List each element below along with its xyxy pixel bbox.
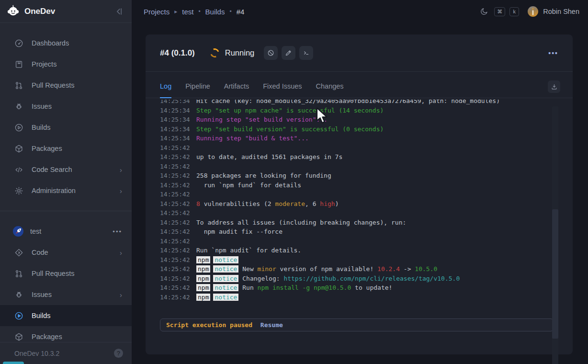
project-more-button[interactable]: •••: [113, 228, 122, 235]
user-menu[interactable]: Robin Shen: [527, 6, 579, 17]
log-line: 14:25:34Step "set up npm cache" is succe…: [160, 106, 558, 115]
log-timestamp: 14:25:42: [160, 227, 190, 237]
log-segment: npm: [196, 284, 210, 291]
log-segment: run `npm fund` for details: [196, 182, 301, 189]
log-scrollbar-thumb[interactable]: [552, 209, 558, 339]
tab-artifacts[interactable]: Artifacts: [224, 82, 249, 98]
log-segment: Hit cache (key: node_modules_32/9a2405aa…: [196, 100, 500, 104]
sidebar-item-label: Issues: [32, 291, 52, 298]
sidebar-item-project-code[interactable]: Code ›: [0, 242, 132, 263]
breadcrumb-item: #4: [237, 8, 245, 16]
log-timestamp: 14:25:42: [160, 218, 190, 228]
sidebar-item-project-builds[interactable]: Builds: [0, 305, 132, 326]
build-header: #4 (0.1.0) Running •••: [146, 34, 573, 72]
log-link[interactable]: https://github.com/npm/cli/releases/tag/…: [283, 275, 460, 282]
log-timestamp: 14:25:34: [160, 125, 190, 134]
tab-changes[interactable]: Changes: [316, 82, 344, 98]
book-icon: [14, 60, 23, 69]
tab-log[interactable]: Log: [160, 82, 171, 98]
sidebar-item-label: Packages: [32, 145, 62, 152]
log-message: Step "set up npm cache" is successful (1…: [196, 107, 384, 114]
log-timestamp: 14:25:42: [160, 237, 190, 246]
tabs: LogPipelineArtifactsFixed IssuesChanges: [160, 82, 344, 98]
log-segment: minor: [258, 265, 276, 273]
breadcrumb-dot-separator: •: [198, 8, 200, 15]
sidebar-item-label: Administration: [32, 187, 76, 194]
sidebar-item-builds[interactable]: Builds: [0, 117, 132, 138]
breadcrumb-item[interactable]: test: [182, 8, 193, 16]
log-line: 14:25:34Running step "build & test"...: [160, 134, 558, 143]
breadcrumb-item[interactable]: Projects: [144, 8, 170, 16]
project-name: test: [30, 228, 41, 235]
log-segment: Step "set up npm cache" is successful (1…: [196, 107, 384, 114]
sidebar-divider: [0, 211, 132, 211]
log-line: 14:25:42: [160, 208, 558, 218]
sidebar-item-pull-requests[interactable]: Pull Requests: [0, 75, 132, 96]
build-detail-card: #4 (0.1.0) Running ••• LogPipelineArt: [146, 34, 573, 354]
log-timestamp: 14:25:42: [160, 274, 190, 284]
log-segment: 258 packages are looking for funding: [196, 172, 331, 179]
pull-request-icon: [14, 269, 23, 278]
download-log-button[interactable]: [548, 80, 560, 93]
sidebar-item-project-pull-requests[interactable]: Pull Requests: [0, 263, 132, 284]
dark-mode-icon[interactable]: [480, 7, 488, 16]
log-message: Run `npm audit` for details.: [196, 247, 301, 254]
breadcrumb-arrow-separator: ▸: [174, 8, 177, 15]
gauge-icon: [14, 39, 23, 48]
log-segment: Run: [238, 284, 257, 291]
log-line: 14:25:42npmnotice Run npm install -g npm…: [160, 283, 558, 293]
sidebar-item-packages[interactable]: Packages: [0, 138, 132, 159]
chevron-right-icon: ›: [120, 187, 122, 195]
log-segment: ->: [400, 265, 415, 273]
log-message: Running step "build & test"...: [196, 135, 309, 142]
help-icon[interactable]: ?: [114, 349, 123, 358]
sidebar-project-row[interactable]: test •••: [0, 221, 132, 242]
sidebar-item-dashboards[interactable]: Dashboards: [0, 33, 132, 54]
breadcrumb: Projects▸test•Builds•#4: [144, 8, 244, 16]
terminal-button[interactable]: [299, 46, 313, 60]
resume-link[interactable]: Resume: [260, 321, 283, 329]
log-message: npmnotice Changelog: https://github.com/…: [196, 275, 460, 282]
log-segment: Changelog:: [238, 275, 283, 282]
log-segment: moderate: [275, 200, 305, 207]
log-timestamp: 14:25:42: [160, 190, 190, 199]
sidebar-item-issues[interactable]: Issues: [0, 96, 132, 117]
log-line: 14:25:42: [160, 162, 558, 171]
log-timestamp: 14:25:42: [160, 152, 190, 162]
sidebar: OneDev Dashboards Projects: [0, 0, 132, 364]
sidebar-collapse-button[interactable]: [114, 7, 124, 16]
log-segment: ): [335, 200, 339, 207]
log-timestamp: 14:25:42: [160, 143, 190, 153]
chevron-right-icon: ›: [120, 291, 122, 299]
log-message: up to date, audited 1561 packages in 7s: [196, 153, 342, 160]
more-actions-button[interactable]: •••: [548, 49, 558, 57]
tab-fixed-issues[interactable]: Fixed Issues: [263, 82, 302, 98]
sidebar-item-projects[interactable]: Projects: [0, 54, 132, 75]
app-title: OneDev: [24, 7, 114, 16]
log-segment: npm install -g npm@10.5.0: [258, 284, 351, 291]
edit-build-button[interactable]: [282, 46, 295, 60]
tab-pipeline[interactable]: Pipeline: [185, 82, 210, 98]
log-segment: npm: [196, 275, 210, 282]
sidebar-item-project-issues[interactable]: Issues ›: [0, 284, 132, 305]
onedev-logo-icon: [7, 5, 20, 18]
log-line: 14:25:428 vulnerabilities (2 moderate, 6…: [160, 199, 558, 209]
log-timestamp: 14:25:42: [160, 171, 190, 181]
breadcrumb-item[interactable]: Builds: [205, 8, 225, 16]
sidebar-header: OneDev: [0, 0, 132, 23]
log-message: npm audit fix --force: [196, 228, 283, 235]
sidebar-footer: OneDev 10.3.2 ?: [0, 342, 132, 364]
cancel-build-button[interactable]: [264, 46, 278, 60]
log-message: npmnotice Run npm install -g npm@10.5.0 …: [196, 284, 392, 291]
sidebar-item-project-packages[interactable]: Packages: [0, 326, 132, 342]
log-segment: npm: [196, 265, 210, 273]
bug-icon: [14, 290, 23, 299]
log-segment: notice: [213, 256, 238, 263]
sidebar-item-administration[interactable]: Administration ›: [0, 180, 132, 201]
sidebar-item-code-search[interactable]: Code Search ›: [0, 159, 132, 180]
sidebar-item-label: Pull Requests: [32, 81, 74, 89]
sidebar-item-label: Code: [32, 249, 48, 256]
log-segment: notice: [213, 275, 238, 282]
log-viewport[interactable]: 14:25:34Hit cache (key: node_modules_32/…: [146, 100, 573, 315]
chevron-right-icon: ›: [120, 166, 122, 174]
